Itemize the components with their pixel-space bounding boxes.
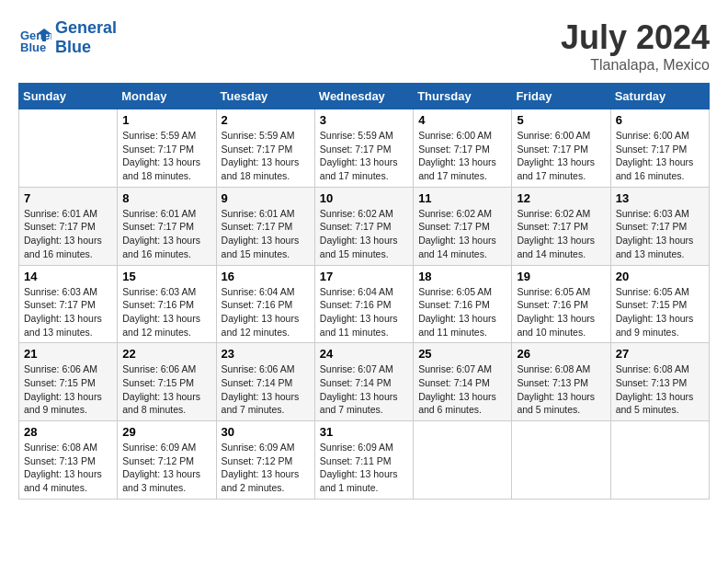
calendar-cell: 30Sunrise: 6:09 AM Sunset: 7:12 PM Dayli… [216,421,314,500]
calendar-cell: 8Sunrise: 6:01 AM Sunset: 7:17 PM Daylig… [118,187,216,265]
svg-text:Blue: Blue [20,40,46,54]
calendar-cell: 17Sunrise: 6:04 AM Sunset: 7:16 PM Dayli… [314,265,413,343]
calendar-cell: 1Sunrise: 5:59 AM Sunset: 7:17 PM Daylig… [118,109,216,188]
page-header: General Blue General Blue July 2024 Tlan… [18,18,710,74]
day-info: Sunrise: 6:05 AM Sunset: 7:16 PM Dayligh… [418,285,506,339]
day-number: 25 [418,347,506,361]
calendar-cell: 25Sunrise: 6:07 AM Sunset: 7:14 PM Dayli… [414,343,512,421]
day-info: Sunrise: 6:02 AM Sunset: 7:17 PM Dayligh… [517,207,605,261]
weekday-header-row: SundayMondayTuesdayWednesdayThursdayFrid… [19,84,710,109]
day-number: 8 [122,191,210,205]
day-info: Sunrise: 6:03 AM Sunset: 7:17 PM Dayligh… [24,285,112,339]
day-number: 10 [320,191,408,205]
day-number: 21 [24,347,112,361]
day-info: Sunrise: 6:09 AM Sunset: 7:12 PM Dayligh… [222,441,310,495]
day-number: 27 [616,347,704,361]
day-info: Sunrise: 6:00 AM Sunset: 7:17 PM Dayligh… [517,129,605,183]
day-number: 24 [320,347,408,361]
calendar-cell [512,421,610,500]
day-info: Sunrise: 6:04 AM Sunset: 7:16 PM Dayligh… [320,285,408,339]
day-number: 28 [24,425,112,439]
calendar-cell: 9Sunrise: 6:01 AM Sunset: 7:17 PM Daylig… [216,187,314,265]
day-info: Sunrise: 6:05 AM Sunset: 7:16 PM Dayligh… [517,285,605,339]
day-number: 12 [517,191,605,205]
calendar-cell: 15Sunrise: 6:03 AM Sunset: 7:16 PM Dayli… [118,265,216,343]
calendar-cell [19,109,118,188]
weekday-header-cell: Monday [118,84,216,109]
logo-text: General Blue [55,18,117,56]
weekday-header-cell: Saturday [610,84,709,109]
day-info: Sunrise: 6:08 AM Sunset: 7:13 PM Dayligh… [24,441,112,495]
day-info: Sunrise: 6:09 AM Sunset: 7:11 PM Dayligh… [320,441,408,495]
calendar-cell: 2Sunrise: 5:59 AM Sunset: 7:17 PM Daylig… [216,109,314,188]
day-number: 6 [616,113,704,127]
title-block: July 2024 Tlanalapa, Mexico [561,18,710,74]
calendar-cell [414,421,512,500]
day-info: Sunrise: 6:00 AM Sunset: 7:17 PM Dayligh… [616,129,704,183]
day-info: Sunrise: 6:06 AM Sunset: 7:15 PM Dayligh… [122,362,210,417]
day-info: Sunrise: 6:06 AM Sunset: 7:14 PM Dayligh… [222,362,310,417]
month-title: July 2024 [561,18,710,57]
day-info: Sunrise: 6:04 AM Sunset: 7:16 PM Dayligh… [222,285,310,339]
day-number: 31 [320,425,408,439]
day-number: 15 [122,270,210,283]
calendar-cell: 4Sunrise: 6:00 AM Sunset: 7:17 PM Daylig… [414,109,512,188]
day-number: 23 [222,347,310,361]
day-number: 5 [517,113,605,127]
day-info: Sunrise: 6:08 AM Sunset: 7:13 PM Dayligh… [517,362,605,417]
calendar-cell: 6Sunrise: 6:00 AM Sunset: 7:17 PM Daylig… [610,109,709,188]
calendar-week-row: 7Sunrise: 6:01 AM Sunset: 7:17 PM Daylig… [19,187,710,265]
day-number: 18 [418,270,506,283]
calendar-cell [610,421,709,500]
calendar-week-row: 14Sunrise: 6:03 AM Sunset: 7:17 PM Dayli… [19,265,710,343]
calendar-cell: 12Sunrise: 6:02 AM Sunset: 7:17 PM Dayli… [512,187,610,265]
day-info: Sunrise: 5:59 AM Sunset: 7:17 PM Dayligh… [320,129,408,183]
day-number: 1 [122,113,210,127]
day-number: 26 [517,347,605,361]
location: Tlanalapa, Mexico [561,57,710,74]
day-info: Sunrise: 6:01 AM Sunset: 7:17 PM Dayligh… [222,207,310,261]
day-number: 22 [122,347,210,361]
day-number: 29 [122,425,210,439]
day-info: Sunrise: 6:05 AM Sunset: 7:15 PM Dayligh… [616,285,704,339]
day-number: 11 [418,191,506,205]
day-number: 20 [616,270,704,283]
calendar-body: 1Sunrise: 5:59 AM Sunset: 7:17 PM Daylig… [19,109,710,500]
day-number: 9 [222,191,310,205]
calendar-cell: 27Sunrise: 6:08 AM Sunset: 7:13 PM Dayli… [610,343,709,421]
day-number: 14 [24,270,112,283]
day-info: Sunrise: 6:09 AM Sunset: 7:12 PM Dayligh… [122,441,210,495]
calendar-cell: 5Sunrise: 6:00 AM Sunset: 7:17 PM Daylig… [512,109,610,188]
calendar-cell: 11Sunrise: 6:02 AM Sunset: 7:17 PM Dayli… [414,187,512,265]
weekday-header-cell: Wednesday [314,84,413,109]
weekday-header-cell: Friday [512,84,610,109]
day-number: 30 [222,425,310,439]
weekday-header-cell: Thursday [414,84,512,109]
calendar-cell: 31Sunrise: 6:09 AM Sunset: 7:11 PM Dayli… [314,421,413,500]
calendar-cell: 21Sunrise: 6:06 AM Sunset: 7:15 PM Dayli… [19,343,118,421]
calendar-cell: 13Sunrise: 6:03 AM Sunset: 7:17 PM Dayli… [610,187,709,265]
day-info: Sunrise: 6:02 AM Sunset: 7:17 PM Dayligh… [320,207,408,261]
day-info: Sunrise: 6:01 AM Sunset: 7:17 PM Dayligh… [24,207,112,261]
day-number: 7 [24,191,112,205]
day-info: Sunrise: 6:01 AM Sunset: 7:17 PM Dayligh… [122,207,210,261]
day-info: Sunrise: 6:03 AM Sunset: 7:17 PM Dayligh… [616,207,704,261]
logo: General Blue General Blue [18,18,117,56]
calendar-cell: 28Sunrise: 6:08 AM Sunset: 7:13 PM Dayli… [19,421,118,500]
calendar-week-row: 28Sunrise: 6:08 AM Sunset: 7:13 PM Dayli… [19,421,710,500]
logo-icon: General Blue [18,21,51,54]
calendar-cell: 23Sunrise: 6:06 AM Sunset: 7:14 PM Dayli… [216,343,314,421]
calendar-week-row: 21Sunrise: 6:06 AM Sunset: 7:15 PM Dayli… [19,343,710,421]
calendar-cell: 16Sunrise: 6:04 AM Sunset: 7:16 PM Dayli… [216,265,314,343]
day-number: 13 [616,191,704,205]
calendar-cell: 29Sunrise: 6:09 AM Sunset: 7:12 PM Dayli… [118,421,216,500]
day-info: Sunrise: 6:06 AM Sunset: 7:15 PM Dayligh… [24,362,112,417]
weekday-header-cell: Sunday [19,84,118,109]
calendar-cell: 22Sunrise: 6:06 AM Sunset: 7:15 PM Dayli… [118,343,216,421]
calendar-cell: 10Sunrise: 6:02 AM Sunset: 7:17 PM Dayli… [314,187,413,265]
day-info: Sunrise: 5:59 AM Sunset: 7:17 PM Dayligh… [222,129,310,183]
day-number: 19 [517,270,605,283]
calendar-cell: 20Sunrise: 6:05 AM Sunset: 7:15 PM Dayli… [610,265,709,343]
calendar-cell: 7Sunrise: 6:01 AM Sunset: 7:17 PM Daylig… [19,187,118,265]
day-info: Sunrise: 6:02 AM Sunset: 7:17 PM Dayligh… [418,207,506,261]
